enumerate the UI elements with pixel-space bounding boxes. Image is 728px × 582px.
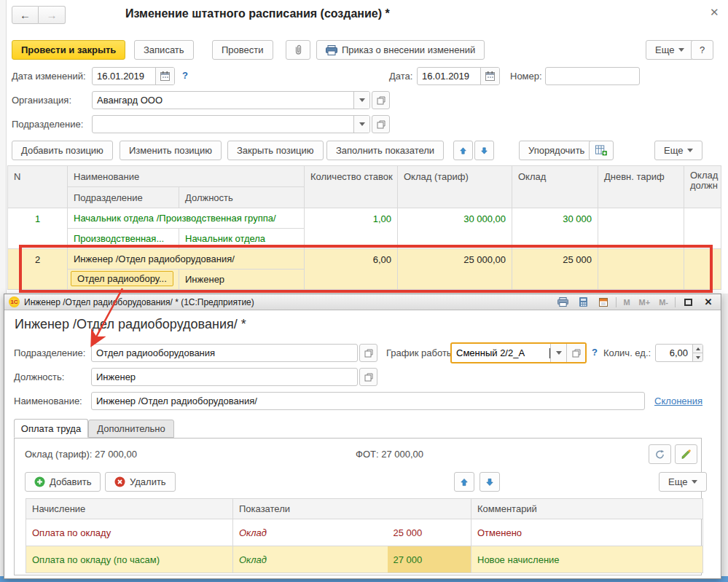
maximize-icon xyxy=(684,299,692,306)
organization-open-button[interactable] xyxy=(372,91,390,109)
organization-field[interactable] xyxy=(92,91,370,109)
number-input[interactable] xyxy=(546,68,639,84)
col-salary-pos[interactable]: Оклад должн xyxy=(684,166,721,208)
table-row-selected[interactable]: 2 Инженер /Отдел радиоборудования/ 6,00 … xyxy=(8,249,721,290)
dlg-department-open-button[interactable] xyxy=(359,344,377,362)
table-row[interactable]: 1 Начальник отдела /Производственная гру… xyxy=(8,208,721,249)
declensions-link[interactable]: Склонения xyxy=(654,396,702,406)
add-accrual-button[interactable]: Добавить xyxy=(25,472,101,492)
change-date-help[interactable]: ? xyxy=(182,70,188,81)
col-salary[interactable]: Оклад xyxy=(512,166,598,208)
row-name: Начальник отдела /Производственная групп… xyxy=(68,208,305,229)
calendar-button[interactable] xyxy=(155,68,174,84)
dlg-name-input[interactable] xyxy=(92,393,644,409)
main-close-button[interactable]: ✕ xyxy=(710,6,719,19)
dlg-department-input[interactable] xyxy=(92,345,357,361)
more-button-top[interactable]: Еще xyxy=(646,40,694,60)
date-input[interactable] xyxy=(418,68,480,84)
schedule-open-button[interactable] xyxy=(566,344,585,362)
dlg-position-field[interactable] xyxy=(91,368,358,386)
col-department[interactable]: Подразделение xyxy=(68,187,179,208)
col-daily-tariff[interactable]: Дневн. тариф xyxy=(598,166,684,208)
department-input[interactable] xyxy=(93,116,353,133)
plus-circle-icon xyxy=(34,476,45,487)
paperclip-icon xyxy=(293,44,303,55)
dlg-position-input[interactable] xyxy=(92,369,357,385)
position-dialog: 1С Инженер /Отдел радиоборудования/ * (1… xyxy=(4,294,721,579)
accrual-row-new[interactable]: Оплата по окладу (по часам) Оклад 27 000… xyxy=(26,546,703,573)
edit-button[interactable] xyxy=(675,444,697,464)
units-label: Колич. ед.: xyxy=(603,347,651,358)
col-indicators[interactable]: Показатели xyxy=(233,499,471,519)
col-n[interactable]: N xyxy=(8,166,68,208)
units-input[interactable] xyxy=(656,345,692,361)
add-columns-button[interactable] xyxy=(589,141,614,160)
dialog-close-button[interactable]: ✕ xyxy=(700,296,716,309)
accrual-value: 25 000 xyxy=(388,519,471,546)
units-field[interactable] xyxy=(655,344,703,362)
calendar-button-2[interactable] xyxy=(480,68,499,84)
move-up-button[interactable] xyxy=(453,141,473,160)
attach-button[interactable] xyxy=(286,40,310,60)
calculator-button[interactable] xyxy=(575,296,591,309)
col-name[interactable]: Наименование xyxy=(68,166,305,187)
department-field[interactable] xyxy=(92,115,370,133)
tab-additional[interactable]: Дополнительно xyxy=(88,420,174,438)
number-field[interactable] xyxy=(545,67,640,85)
dlg-name-field[interactable] xyxy=(91,392,645,410)
change-date-field[interactable] xyxy=(92,67,175,85)
add-position-button[interactable]: Добавить позицию xyxy=(12,141,113,160)
change-position-button[interactable]: Изменить позицию xyxy=(120,141,222,160)
col-accrual[interactable]: Начисление xyxy=(26,499,233,519)
memory-mplus-button[interactable]: M+ xyxy=(637,298,653,307)
fill-indicators-button[interactable]: Заполнить показатели xyxy=(326,141,444,160)
maximize-button[interactable] xyxy=(680,296,696,309)
dialog-titlebar[interactable]: 1С Инженер /Отдел радиоборудования/ * (1… xyxy=(4,294,721,310)
help-button[interactable]: ? xyxy=(691,40,713,60)
units-stepper[interactable] xyxy=(692,345,702,361)
more-button-positions[interactable]: Еще xyxy=(654,141,702,160)
dlg-department-field[interactable] xyxy=(91,344,358,362)
organization-dropdown[interactable] xyxy=(353,92,369,109)
date-field[interactable] xyxy=(417,67,500,85)
refresh-button[interactable] xyxy=(649,444,671,464)
write-button[interactable]: Записать xyxy=(134,40,194,60)
row-department: Производственная... xyxy=(68,229,179,249)
col-salary-tariff[interactable]: Оклад (тариф) xyxy=(398,166,512,208)
change-date-label: Дата изменений: xyxy=(12,71,86,82)
sort-button[interactable]: Упорядочить xyxy=(519,141,594,160)
post-button[interactable]: Провести xyxy=(212,40,273,60)
more-button-accruals[interactable]: Еще xyxy=(659,472,707,492)
save-print-button[interactable] xyxy=(555,296,571,309)
col-position[interactable]: Должность xyxy=(179,187,305,208)
back-button[interactable]: ← xyxy=(12,6,39,24)
calendar-icon xyxy=(485,71,495,81)
schedule-help[interactable]: ? xyxy=(592,347,598,358)
dlg-name-label: Наименование: xyxy=(14,396,82,406)
memory-mminus-button[interactable]: M- xyxy=(657,298,670,307)
col-comment[interactable]: Комментарий xyxy=(471,499,703,519)
step-down-icon xyxy=(696,356,700,359)
department-cell-chip[interactable]: Отдел радиообору... xyxy=(71,271,173,286)
calendar-button-titlebar[interactable] xyxy=(595,296,611,309)
dlg-position-open-button[interactable] xyxy=(359,368,377,386)
col-rate-count[interactable]: Количество ставок xyxy=(305,166,398,208)
accrual-row-cancelled[interactable]: Оплата по окладу Оклад 25 000 Отменено xyxy=(26,519,703,546)
tab-payment[interactable]: Оплата труда xyxy=(14,419,88,438)
move-down-button[interactable] xyxy=(474,141,494,160)
memory-m-button[interactable]: M xyxy=(621,298,632,307)
schedule-input[interactable] xyxy=(452,347,549,358)
close-position-button[interactable]: Закрыть позицию xyxy=(227,141,324,160)
print-order-button[interactable]: Приказ о внесении изменений xyxy=(316,40,485,60)
forward-button[interactable]: → xyxy=(39,6,66,24)
schedule-dropdown[interactable] xyxy=(550,344,566,362)
delete-accrual-button[interactable]: Удалить xyxy=(105,472,176,492)
accrual-move-down-button[interactable] xyxy=(480,472,500,492)
post-and-close-button[interactable]: Провести и закрыть xyxy=(12,40,125,60)
department-open-button[interactable] xyxy=(372,115,390,133)
change-date-input[interactable] xyxy=(93,68,155,84)
organization-input[interactable] xyxy=(93,92,353,109)
department-dropdown[interactable] xyxy=(353,116,369,133)
accrual-move-up-button[interactable] xyxy=(454,472,474,492)
schedule-field[interactable] xyxy=(450,342,587,363)
